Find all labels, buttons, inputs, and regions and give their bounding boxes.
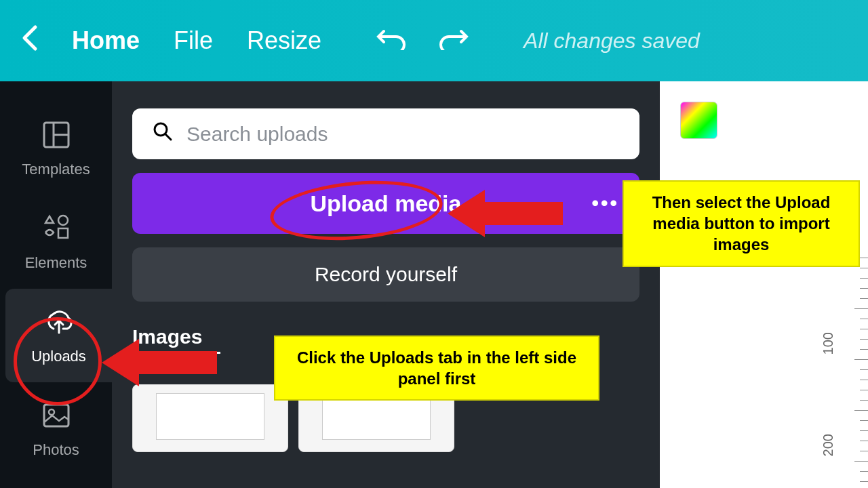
vertical-ruler: 100 200 <box>841 258 868 488</box>
ruler-tick-label: 200 <box>821 434 836 456</box>
canvas-area: 100 200 <box>660 81 868 488</box>
record-label: Record yourself <box>315 263 457 286</box>
annotation-arrow <box>102 332 217 396</box>
sidebar-item-uploads[interactable]: Uploads <box>5 289 112 382</box>
templates-icon <box>40 119 73 154</box>
color-picker-button[interactable] <box>680 102 717 139</box>
svg-point-3 <box>58 216 68 225</box>
top-menu-bar: Home File Resize All changes saved <box>0 0 868 81</box>
sidebar-item-elements[interactable]: Elements <box>0 195 112 289</box>
undo-icon[interactable] <box>376 26 406 56</box>
search-input[interactable] <box>186 123 619 146</box>
record-yourself-button[interactable]: Record yourself <box>132 247 639 302</box>
svg-line-8 <box>165 134 171 140</box>
uploads-panel: Upload media ••• Record yourself Images <box>112 81 660 488</box>
search-box[interactable] <box>132 108 639 159</box>
svg-point-6 <box>49 409 54 415</box>
svg-marker-9 <box>448 190 563 237</box>
annotation-callout: Click the Uploads tab in the left side p… <box>274 336 599 401</box>
upload-media-label: Upload media <box>311 190 462 217</box>
annotation-callout: Then select the Upload media button to i… <box>623 180 860 267</box>
sidebar-item-photos[interactable]: Photos <box>0 382 112 476</box>
save-status: All changes saved <box>524 28 700 54</box>
sidebar-label: Elements <box>25 254 87 272</box>
svg-marker-10 <box>102 339 217 386</box>
resize-menu[interactable]: Resize <box>247 26 321 55</box>
sidebar-label: Templates <box>22 161 90 178</box>
svg-rect-4 <box>58 228 68 238</box>
upload-media-button[interactable]: Upload media ••• <box>132 173 639 234</box>
annotation-arrow <box>448 183 563 247</box>
sidebar-item-templates[interactable]: Templates <box>0 102 112 195</box>
elements-icon <box>40 212 73 247</box>
ruler-tick-label: 100 <box>821 332 836 354</box>
back-chevron-icon[interactable] <box>20 24 38 58</box>
sidebar-label: Uploads <box>31 348 86 365</box>
file-menu[interactable]: File <box>174 26 213 55</box>
redo-icon[interactable] <box>439 26 469 56</box>
sidebar-label: Photos <box>33 441 79 459</box>
more-icon[interactable]: ••• <box>591 192 619 215</box>
svg-rect-5 <box>44 405 68 426</box>
home-menu[interactable]: Home <box>72 26 140 55</box>
left-sidebar: Templates Elements Uploads Photos <box>0 81 112 488</box>
uploads-icon <box>43 306 75 341</box>
photos-icon <box>40 399 73 434</box>
search-icon <box>153 121 173 146</box>
